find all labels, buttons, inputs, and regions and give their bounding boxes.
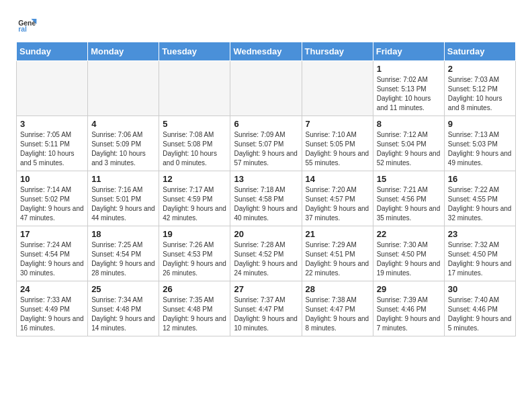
day-number: 22 (377, 229, 441, 239)
day-cell: 20Sunrise: 7:28 AM Sunset: 4:52 PM Dayli… (230, 226, 302, 281)
week-row-5: 24Sunrise: 7:33 AM Sunset: 4:49 PM Dayli… (17, 281, 516, 336)
day-info: Sunrise: 7:25 AM Sunset: 4:54 PM Dayligh… (91, 240, 155, 278)
col-header-saturday: Saturday (444, 42, 515, 61)
day-info: Sunrise: 7:28 AM Sunset: 4:52 PM Dayligh… (234, 240, 298, 278)
day-cell: 27Sunrise: 7:37 AM Sunset: 4:47 PM Dayli… (230, 281, 302, 336)
day-cell: 23Sunrise: 7:32 AM Sunset: 4:50 PM Dayli… (444, 226, 515, 281)
day-info: Sunrise: 7:17 AM Sunset: 4:59 PM Dayligh… (163, 185, 226, 223)
day-info: Sunrise: 7:40 AM Sunset: 4:46 PM Dayligh… (448, 295, 512, 333)
header-row: SundayMondayTuesdayWednesdayThursdayFrid… (17, 42, 516, 61)
day-cell: 18Sunrise: 7:25 AM Sunset: 4:54 PM Dayli… (88, 226, 159, 281)
day-number: 9 (448, 119, 512, 129)
day-number: 14 (306, 174, 369, 184)
day-info: Sunrise: 7:13 AM Sunset: 5:03 PM Dayligh… (448, 130, 512, 168)
day-number: 6 (234, 119, 298, 129)
day-cell: 9Sunrise: 7:13 AM Sunset: 5:03 PM Daylig… (444, 116, 515, 171)
day-info: Sunrise: 7:38 AM Sunset: 4:47 PM Dayligh… (306, 295, 369, 333)
day-info: Sunrise: 7:14 AM Sunset: 5:02 PM Dayligh… (20, 185, 84, 223)
col-header-tuesday: Tuesday (159, 42, 230, 61)
day-info: Sunrise: 7:22 AM Sunset: 4:55 PM Dayligh… (448, 185, 512, 223)
col-header-sunday: Sunday (17, 42, 88, 61)
week-row-4: 17Sunrise: 7:24 AM Sunset: 4:54 PM Dayli… (17, 226, 516, 281)
day-number: 26 (163, 284, 226, 294)
day-cell (17, 61, 88, 116)
day-cell: 28Sunrise: 7:38 AM Sunset: 4:47 PM Dayli… (302, 281, 373, 336)
day-info: Sunrise: 7:33 AM Sunset: 4:49 PM Dayligh… (20, 295, 84, 333)
day-info: Sunrise: 7:26 AM Sunset: 4:53 PM Dayligh… (163, 240, 226, 278)
day-number: 1 (377, 64, 441, 74)
day-cell: 5Sunrise: 7:08 AM Sunset: 5:08 PM Daylig… (159, 116, 230, 171)
day-cell: 10Sunrise: 7:14 AM Sunset: 5:02 PM Dayli… (17, 171, 88, 226)
day-cell: 17Sunrise: 7:24 AM Sunset: 4:54 PM Dayli… (17, 226, 88, 281)
day-number: 21 (306, 229, 369, 239)
day-cell: 2Sunrise: 7:03 AM Sunset: 5:12 PM Daylig… (444, 61, 515, 116)
day-cell (88, 61, 159, 116)
calendar-table: SundayMondayTuesdayWednesdayThursdayFrid… (16, 42, 516, 336)
day-info: Sunrise: 7:03 AM Sunset: 5:12 PM Dayligh… (448, 75, 512, 113)
day-cell: 29Sunrise: 7:39 AM Sunset: 4:46 PM Dayli… (373, 281, 444, 336)
day-number: 23 (448, 229, 512, 239)
day-number: 5 (163, 119, 226, 129)
day-number: 19 (163, 229, 226, 239)
day-cell: 21Sunrise: 7:29 AM Sunset: 4:51 PM Dayli… (302, 226, 373, 281)
day-number: 16 (448, 174, 512, 184)
header: Gene ral (16, 13, 516, 35)
day-info: Sunrise: 7:29 AM Sunset: 4:51 PM Dayligh… (306, 240, 369, 278)
day-cell (230, 61, 302, 116)
day-number: 2 (448, 64, 512, 74)
calendar-header: SundayMondayTuesdayWednesdayThursdayFrid… (17, 42, 516, 61)
day-cell: 15Sunrise: 7:21 AM Sunset: 4:56 PM Dayli… (373, 171, 444, 226)
day-cell: 11Sunrise: 7:16 AM Sunset: 5:01 PM Dayli… (88, 171, 159, 226)
logo-icon: Gene ral (16, 13, 38, 35)
day-number: 10 (20, 174, 84, 184)
day-cell: 16Sunrise: 7:22 AM Sunset: 4:55 PM Dayli… (444, 171, 515, 226)
day-number: 13 (234, 174, 298, 184)
day-number: 17 (20, 229, 84, 239)
col-header-monday: Monday (88, 42, 159, 61)
week-row-3: 10Sunrise: 7:14 AM Sunset: 5:02 PM Dayli… (17, 171, 516, 226)
day-number: 20 (234, 229, 298, 239)
day-cell: 6Sunrise: 7:09 AM Sunset: 5:07 PM Daylig… (230, 116, 302, 171)
day-cell: 24Sunrise: 7:33 AM Sunset: 4:49 PM Dayli… (17, 281, 88, 336)
day-cell: 13Sunrise: 7:18 AM Sunset: 4:58 PM Dayli… (230, 171, 302, 226)
day-cell: 3Sunrise: 7:05 AM Sunset: 5:11 PM Daylig… (17, 116, 88, 171)
day-number: 8 (377, 119, 441, 129)
day-info: Sunrise: 7:16 AM Sunset: 5:01 PM Dayligh… (91, 185, 155, 223)
day-info: Sunrise: 7:37 AM Sunset: 4:47 PM Dayligh… (234, 295, 298, 333)
day-info: Sunrise: 7:20 AM Sunset: 4:57 PM Dayligh… (306, 185, 369, 223)
day-info: Sunrise: 7:10 AM Sunset: 5:05 PM Dayligh… (306, 130, 369, 168)
day-cell: 8Sunrise: 7:12 AM Sunset: 5:04 PM Daylig… (373, 116, 444, 171)
day-cell: 30Sunrise: 7:40 AM Sunset: 4:46 PM Dayli… (444, 281, 515, 336)
col-header-wednesday: Wednesday (230, 42, 302, 61)
day-number: 18 (91, 229, 155, 239)
col-header-friday: Friday (373, 42, 444, 61)
day-info: Sunrise: 7:02 AM Sunset: 5:13 PM Dayligh… (377, 75, 441, 113)
day-cell: 25Sunrise: 7:34 AM Sunset: 4:48 PM Dayli… (88, 281, 159, 336)
day-number: 28 (306, 284, 369, 294)
day-number: 30 (448, 284, 512, 294)
day-number: 29 (377, 284, 441, 294)
day-cell: 22Sunrise: 7:30 AM Sunset: 4:50 PM Dayli… (373, 226, 444, 281)
logo: Gene ral (16, 13, 42, 35)
calendar-page: Gene ral SundayMondayTuesdayWednesdayThu… (0, 0, 532, 347)
day-number: 24 (20, 284, 84, 294)
day-number: 27 (234, 284, 298, 294)
day-number: 15 (377, 174, 441, 184)
day-cell (159, 61, 230, 116)
day-info: Sunrise: 7:05 AM Sunset: 5:11 PM Dayligh… (20, 130, 84, 168)
day-info: Sunrise: 7:06 AM Sunset: 5:09 PM Dayligh… (91, 130, 155, 168)
day-number: 4 (91, 119, 155, 129)
week-row-1: 1Sunrise: 7:02 AM Sunset: 5:13 PM Daylig… (17, 61, 516, 116)
day-number: 12 (163, 174, 226, 184)
col-header-thursday: Thursday (302, 42, 373, 61)
day-number: 3 (20, 119, 84, 129)
day-cell: 7Sunrise: 7:10 AM Sunset: 5:05 PM Daylig… (302, 116, 373, 171)
day-cell: 14Sunrise: 7:20 AM Sunset: 4:57 PM Dayli… (302, 171, 373, 226)
calendar-body: 1Sunrise: 7:02 AM Sunset: 5:13 PM Daylig… (17, 61, 516, 336)
day-cell: 19Sunrise: 7:26 AM Sunset: 4:53 PM Dayli… (159, 226, 230, 281)
day-info: Sunrise: 7:35 AM Sunset: 4:48 PM Dayligh… (163, 295, 226, 333)
day-info: Sunrise: 7:32 AM Sunset: 4:50 PM Dayligh… (448, 240, 512, 278)
day-info: Sunrise: 7:09 AM Sunset: 5:07 PM Dayligh… (234, 130, 298, 168)
day-cell: 12Sunrise: 7:17 AM Sunset: 4:59 PM Dayli… (159, 171, 230, 226)
day-cell (302, 61, 373, 116)
